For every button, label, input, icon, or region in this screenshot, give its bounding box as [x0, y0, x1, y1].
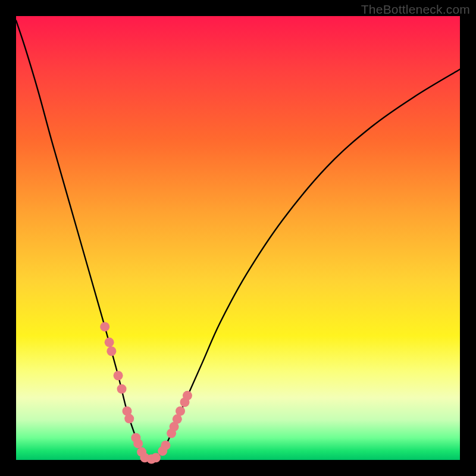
watermark-text: TheBottleneck.com	[361, 2, 470, 17]
curve-svg	[16, 16, 460, 460]
marker-dot	[124, 414, 134, 424]
marker-dot	[100, 322, 109, 331]
highlighted-points	[100, 322, 192, 464]
marker-dot	[183, 391, 192, 400]
plot-area	[16, 16, 460, 460]
marker-dot	[114, 371, 123, 380]
marker-dot	[105, 337, 114, 347]
marker-dot	[117, 384, 127, 394]
chart-stage: TheBottleneck.com	[0, 0, 476, 476]
marker-dot	[161, 440, 170, 450]
marker-dot	[107, 346, 116, 356]
marker-dot	[176, 406, 185, 416]
marker-dot	[133, 439, 143, 448]
bottleneck-curve	[16, 20, 460, 460]
